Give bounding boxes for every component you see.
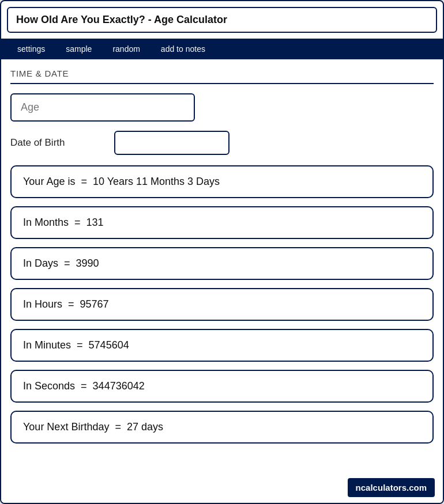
result-value: 344736042 [93, 380, 145, 392]
result-value: 10 Years 11 Months 3 Days [93, 176, 220, 187]
result-label: Your Age is [23, 176, 75, 187]
result-value: 5745604 [89, 339, 129, 351]
age-search-input[interactable] [10, 93, 195, 122]
footer: ncalculators.com [1, 472, 443, 503]
toolbar: settings sample random add to notes [1, 39, 443, 59]
result-box: In Days = 3990 [10, 247, 434, 280]
result-box: Your Age is = 10 Years 11 Months 3 Days [10, 165, 434, 198]
result-box: Your Next Birthday = 27 days [10, 411, 434, 444]
results-container: Your Age is = 10 Years 11 Months 3 DaysI… [10, 165, 434, 444]
result-value: 95767 [80, 298, 109, 310]
result-box: In Hours = 95767 [10, 288, 434, 321]
dob-input[interactable] [114, 131, 229, 155]
result-equals: = [68, 298, 74, 310]
result-box: In Months = 131 [10, 206, 434, 239]
result-label: In Months [23, 217, 69, 228]
settings-button[interactable]: settings [7, 39, 55, 59]
result-equals: = [81, 380, 87, 392]
result-equals: = [74, 217, 81, 228]
app-window: How Old Are You Exactly? - Age Calculato… [0, 0, 444, 504]
result-box: In Minutes = 5745604 [10, 329, 434, 362]
result-equals: = [64, 257, 70, 269]
dob-label: Date of Birth [10, 137, 103, 149]
result-equals: = [77, 339, 83, 351]
result-value: 3990 [76, 257, 99, 269]
result-equals: = [115, 421, 121, 433]
section-label: TIME & DATE [10, 69, 434, 84]
result-value: 27 days [127, 421, 163, 433]
sample-button[interactable]: sample [55, 39, 102, 59]
random-button[interactable]: random [102, 39, 150, 59]
dob-row: Date of Birth [10, 131, 434, 155]
result-box: In Seconds = 344736042 [10, 370, 434, 403]
brand-badge: ncalculators.com [348, 478, 435, 497]
result-label: In Seconds [23, 380, 75, 392]
result-equals: = [81, 176, 87, 187]
result-label: In Days [23, 257, 58, 269]
add-to-notes-button[interactable]: add to notes [150, 39, 216, 59]
result-label: In Hours [23, 298, 62, 310]
result-label: Your Next Birthday [23, 421, 109, 433]
main-content: TIME & DATE Date of Birth Your Age is = … [1, 59, 443, 472]
window-title: How Old Are You Exactly? - Age Calculato… [16, 14, 227, 25]
result-label: In Minutes [23, 339, 71, 351]
title-bar: How Old Are You Exactly? - Age Calculato… [7, 7, 437, 33]
result-value: 131 [86, 217, 104, 228]
